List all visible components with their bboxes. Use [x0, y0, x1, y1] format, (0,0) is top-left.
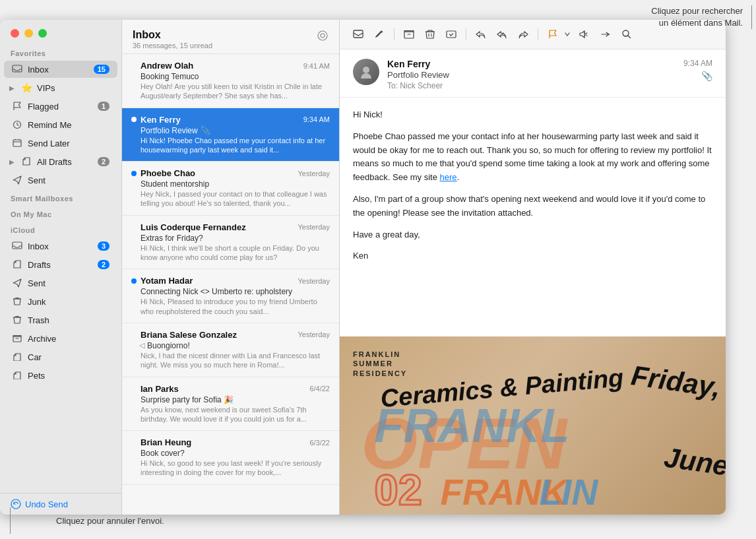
invitation-overlay: FRANKLIN SUMMER RESIDENCY OPEN FRANKL Ce…	[340, 336, 726, 515]
forward-button[interactable]	[514, 25, 532, 44]
search-button[interactable]	[617, 25, 636, 44]
reply-all-button[interactable]	[493, 25, 511, 44]
svg-rect-10	[447, 31, 456, 38]
message-detail: Ken Ferry Portfolio Review To: Nick Sche…	[340, 20, 726, 515]
reply-button[interactable]	[472, 25, 490, 44]
sidebar-item-inbox[interactable]: Inbox 15	[4, 61, 117, 78]
sidebar-item-sent[interactable]: Sent	[4, 172, 117, 189]
icloud-label: iCloud	[0, 221, 121, 237]
msg-time: Yesterday	[298, 277, 330, 285]
maximize-button[interactable]	[38, 29, 47, 38]
msg-time: Yesterday	[298, 170, 330, 177]
sidebar-item-icloud-junk[interactable]: Junk	[4, 293, 117, 310]
sidebar-item-remind-me[interactable]: Remind Me	[4, 116, 117, 133]
svg-point-6	[318, 31, 327, 40]
mute-button[interactable]	[575, 25, 594, 44]
svg-text:LIN: LIN	[540, 472, 599, 513]
message-items: Andrew Olah 9:41 AM Booking Temuco Hey O…	[122, 54, 339, 515]
msg-sender: Yotam Hadar	[141, 276, 193, 286]
detail-body: Hi Nick! Phoebe Chao passed me your cont…	[340, 98, 726, 336]
msg-preview: As you know, next weekend is our sweet S…	[141, 405, 330, 424]
tooltip-undo: Cliquez pour annuler l'envoi.	[56, 515, 164, 527]
filter-button[interactable]	[317, 30, 329, 44]
msg-preview: Hi Nick, Pleased to introduce you to my …	[141, 297, 330, 316]
vips-label: VIPs	[37, 83, 110, 93]
sidebar-item-vips[interactable]: ▶ ⭐ VIPs	[4, 79, 117, 96]
sent-icon	[12, 175, 22, 185]
message-item[interactable]: Phoebe Chao Yesterday Student mentorship…	[122, 162, 339, 216]
message-item[interactable]: Ian Parks 6/4/22 Surprise party for Sofi…	[122, 377, 339, 431]
detail-subject: Portfolio Review	[387, 70, 676, 80]
detail-to: To: Nick Scheer	[387, 81, 676, 90]
sidebar-item-all-drafts[interactable]: ▶ All Drafts 2	[4, 153, 117, 170]
msg-time: 9:34 AM	[303, 115, 330, 123]
sidebar-item-icloud-archive[interactable]: Archive	[4, 330, 117, 347]
delete-button[interactable]	[421, 25, 439, 44]
sidebar-item-icloud-trash[interactable]: Trash	[4, 311, 117, 329]
send-later-icon	[12, 138, 22, 148]
invitation-image: FRANKLIN SUMMER RESIDENCY OPEN FRANKL Ce…	[340, 336, 726, 515]
undo-send-button[interactable]: Undo Send	[0, 493, 121, 515]
vips-chevron: ▶	[9, 84, 15, 92]
sidebar-item-icloud-pets[interactable]: Pets	[4, 367, 117, 384]
sidebar-item-flagged[interactable]: Flagged 1	[4, 98, 117, 115]
flag-button[interactable]	[544, 25, 562, 44]
message-item[interactable]: Andrew Olah 9:41 AM Booking Temuco Hey O…	[122, 54, 339, 108]
svg-point-7	[321, 34, 325, 38]
msg-time: 9:41 AM	[303, 62, 330, 70]
msg-preview: Hi Nick, I think we'll be short a couple…	[141, 243, 330, 263]
icloud-archive-icon	[12, 333, 22, 344]
icloud-trash-label: Trash	[28, 315, 110, 325]
msg-subject: Student mentorship	[141, 179, 330, 189]
sidebar-item-icloud-sent[interactable]: Sent	[4, 274, 117, 292]
compose-button[interactable]	[370, 25, 389, 44]
message-item[interactable]: Briana Salese Gonzalez Yesterday ◁ Buong…	[122, 323, 339, 377]
send-later-label: Send Later	[28, 139, 110, 148]
toolbar-separator-3	[538, 28, 538, 40]
new-message-button[interactable]	[349, 25, 367, 44]
msg-subject: Book cover?	[141, 449, 330, 458]
msg-sender: Ian Parks	[141, 384, 179, 394]
msg-time: Yesterday	[298, 223, 330, 231]
message-item[interactable]: Brian Heung 6/3/22 Book cover? Hi Nick, …	[122, 431, 339, 485]
undo-send-label: Undo Send	[25, 499, 68, 509]
icloud-inbox-badge: 3	[98, 241, 110, 251]
icloud-drafts-label: Drafts	[28, 260, 92, 270]
flag-button-group[interactable]	[544, 25, 573, 44]
msg-sender: Briana Salese Gonzalez	[141, 330, 237, 340]
sidebar-item-icloud-drafts[interactable]: Drafts 2	[4, 256, 117, 273]
sidebar-item-icloud-inbox[interactable]: Inbox 3	[4, 238, 117, 255]
msg-subject: Booking Temuco	[141, 72, 330, 81]
sent-label: Sent	[28, 175, 110, 185]
unread-dot	[131, 386, 137, 391]
icloud-drafts-icon	[12, 259, 22, 270]
attachment-icon: 📎	[201, 126, 210, 135]
message-item[interactable]: Luis Coderque Fernandez Yesterday Extras…	[122, 216, 339, 270]
message-item[interactable]: Ken Ferry 9:34 AM Portfolio Review 📎 Hi …	[122, 108, 339, 162]
unread-dot	[131, 440, 137, 445]
here-link[interactable]: here	[440, 172, 457, 182]
body-line-1: Hi Nick!	[353, 108, 712, 122]
svg-rect-4	[13, 336, 21, 342]
flag-dropdown[interactable]	[562, 25, 573, 44]
body-line-2: Phoebe Chao passed me your contact info …	[353, 130, 712, 185]
svg-text:Friday,: Friday,	[629, 360, 722, 402]
svg-text:June: June	[662, 441, 726, 481]
message-item[interactable]: Yotam Hadar Yesterday Connecting Nick <>…	[122, 269, 339, 323]
toolbar-separator-2	[466, 28, 466, 40]
icloud-pets-icon	[12, 370, 22, 381]
sidebar-item-icloud-car[interactable]: Car	[4, 348, 117, 365]
msg-time: Yesterday	[298, 331, 330, 338]
msg-preview: Hey Olah! Are you still keen to visit Kr…	[141, 82, 330, 101]
more-button[interactable]	[596, 25, 615, 44]
minimize-button[interactable]	[24, 29, 33, 38]
msg-preview: Hi Nick, so good to see you last week! I…	[141, 459, 330, 478]
junk-button[interactable]	[442, 25, 460, 44]
svg-rect-2	[13, 140, 21, 146]
sidebar-item-send-later[interactable]: Send Later	[4, 135, 117, 152]
detail-sender: Ken Ferry	[387, 59, 676, 69]
smart-mailboxes-label: Smart Mailboxes	[0, 189, 121, 205]
archive-button[interactable]	[400, 25, 418, 44]
close-button[interactable]	[11, 29, 19, 38]
msg-subject: Connecting Nick <> Umberto re: upholster…	[141, 287, 330, 296]
